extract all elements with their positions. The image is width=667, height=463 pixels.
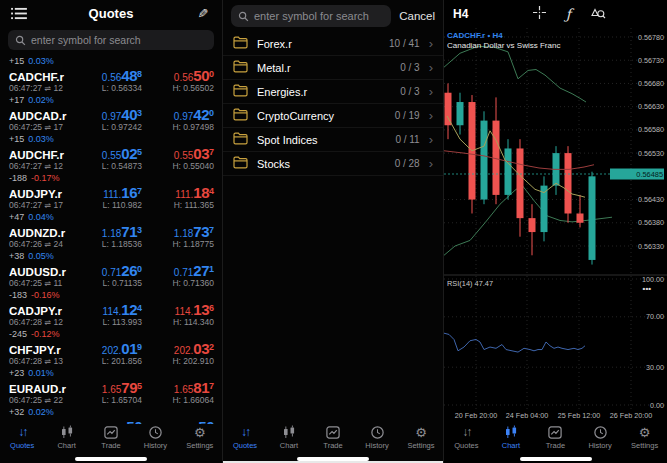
folder-icon	[233, 35, 248, 53]
svg-text:0.56680: 0.56680	[638, 79, 664, 88]
tabbar-left: ↓↑QuotesChartTradeHistory⚙Settings	[0, 422, 222, 454]
tabbar-mid: ↓↑QuotesChartTradeHistory⚙Settings	[223, 422, 443, 454]
quote-low: L: 1.65704	[70, 395, 142, 406]
quote-row[interactable]: +470.04%AUDNZD.r1.187131.1873706:47:26 ⇌…	[0, 210, 222, 249]
quote-time: 06:47:27 ⇌ 12	[9, 161, 70, 172]
timeframe-button[interactable]: H4	[453, 7, 468, 21]
svg-text:100.00: 100.00	[642, 275, 664, 284]
tab-settings[interactable]: ⚙Settings	[622, 422, 667, 454]
tab-history[interactable]: History	[578, 422, 623, 454]
quote-time: 06:47:27 ⇌ 12	[9, 83, 70, 94]
tab-label: Trade	[323, 441, 342, 450]
quote-row[interactable]: +150.03%CADCHF.r0.564880.5650006:47:27 ⇌…	[0, 54, 222, 93]
quote-low: L: 110.982	[70, 200, 142, 211]
tab-chart[interactable]: Chart	[44, 422, 88, 454]
quotes-list: +150.03%CADCHF.r0.564880.5650006:47:27 ⇌…	[0, 54, 222, 424]
chart-screen: H4 ƒ 20 Feb 20:0024 Feb 04:0025 Feb 12:0…	[444, 0, 667, 463]
tab-history[interactable]: History	[355, 422, 399, 454]
quote-symbol: CHFJPY.r	[9, 344, 70, 356]
search-icon	[15, 35, 26, 46]
quote-symbol: AUDCHF.r	[9, 149, 70, 161]
quote-low: L: 0.71135	[70, 278, 142, 289]
folder-name: Spot Indices	[257, 134, 386, 146]
indicator-function-icon[interactable]: ƒ	[566, 6, 571, 22]
svg-text:25 Feb 12:00: 25 Feb 12:00	[558, 411, 600, 420]
tab-chart[interactable]: Chart	[489, 422, 534, 454]
tab-trade[interactable]: Trade	[311, 422, 355, 454]
quotes-icon: ↓↑	[241, 424, 249, 440]
tab-quotes[interactable]: ↓↑Quotes	[223, 422, 267, 454]
crosshair-icon[interactable]	[532, 5, 547, 24]
list-menu-icon[interactable]	[9, 7, 29, 20]
symbol-search-screen: enter symbol for search Cancel Forex.r10…	[222, 0, 444, 463]
folder-icon	[233, 131, 248, 149]
settings-icon: ⚙	[415, 424, 427, 440]
tab-label: Quotes	[454, 441, 478, 450]
spread-icon: ⇌	[44, 201, 51, 210]
tab-label: Trade	[546, 441, 565, 450]
folder-row-forex-r[interactable]: Forex.r10 / 41›	[223, 32, 443, 56]
spread-icon: ⇌	[44, 279, 51, 288]
home-indicator	[520, 457, 592, 461]
search-input[interactable]: enter symbol for search	[8, 30, 214, 50]
folder-row-cryptocurrency[interactable]: CryptoCurrency0 / 19›	[223, 104, 443, 128]
quote-time: 06:47:25 ⇌ 22	[9, 395, 70, 406]
quote-low: L: 1.18536	[70, 239, 142, 250]
tab-label: Chart	[280, 441, 298, 450]
spread-icon: ⇌	[44, 84, 51, 93]
quote-symbol: EURAUD.r	[9, 383, 70, 395]
quote-low: L: 201.856	[70, 356, 142, 367]
quote-high: H: 0.71360	[142, 278, 214, 289]
tab-history[interactable]: History	[133, 422, 177, 454]
folder-count: 10 / 41	[389, 38, 420, 49]
tab-label: History	[365, 441, 388, 450]
svg-text:0.56330: 0.56330	[638, 242, 664, 251]
quote-row[interactable]: +150.03%AUDCHF.r0.550250.5503706:47:27 ⇌…	[0, 132, 222, 171]
folder-row-spot-indices[interactable]: Spot Indices0 / 11›	[223, 128, 443, 152]
folder-count: 0 / 3	[400, 86, 419, 97]
symbol-search-input[interactable]: enter symbol for search	[231, 5, 391, 27]
svg-text:CADCHF.r • H4: CADCHF.r • H4	[447, 31, 503, 40]
spread-icon: ⇌	[44, 396, 51, 405]
folder-count: 0 / 3	[400, 62, 419, 73]
price-chart[interactable]: 20 Feb 20:0024 Feb 04:0025 Feb 12:0026 F…	[444, 28, 667, 420]
cancel-button[interactable]: Cancel	[399, 10, 435, 22]
tab-settings[interactable]: ⚙Settings	[178, 422, 222, 454]
folder-name: Metal.r	[257, 62, 391, 74]
quote-high: H: 0.55040	[142, 161, 214, 172]
quote-symbol: AUDNZD.r	[9, 227, 70, 239]
tab-label: Settings	[186, 441, 213, 450]
svg-text:0.56430: 0.56430	[638, 195, 664, 204]
tab-trade[interactable]: Trade	[89, 422, 133, 454]
folder-row-metal-r[interactable]: Metal.r0 / 3›	[223, 56, 443, 80]
symbol-search-row: enter symbol for search Cancel	[223, 0, 443, 32]
search-icon	[238, 11, 249, 22]
quote-row[interactable]: +170.02%AUDCAD.r0.974030.9742006:47:25 ⇌…	[0, 93, 222, 132]
quote-row[interactable]: +230.01%EURAUD.r1.657951.6581706:47:25 ⇌…	[0, 366, 222, 405]
quote-row[interactable]: -188-0.17%AUDJPY.r111.167111.18406:47:27…	[0, 171, 222, 210]
svg-text:RSI(14) 47.47: RSI(14) 47.47	[447, 279, 493, 288]
tab-settings[interactable]: ⚙Settings	[399, 422, 443, 454]
folder-row-energies-r[interactable]: Energies.r0 / 3›	[223, 80, 443, 104]
quote-row[interactable]: +380.05%AUDUSD.r0.712600.7127106:47:25 ⇌…	[0, 249, 222, 288]
tab-quotes[interactable]: ↓↑Quotes	[444, 422, 489, 454]
edit-pencil-icon[interactable]: ✎	[193, 6, 213, 21]
folder-count: 0 / 11	[395, 134, 419, 145]
tab-trade[interactable]: Trade	[533, 422, 578, 454]
quotes-icon: ↓↑	[18, 424, 26, 440]
trade-icon	[547, 424, 563, 440]
quote-low: L: 0.97242	[70, 122, 142, 133]
quote-row[interactable]: -183-0.16%CADJPY.r114.124114.13606:47:28…	[0, 288, 222, 327]
quote-change: +380.05%	[9, 251, 214, 262]
objects-icon[interactable]	[590, 5, 606, 24]
folder-row-stocks[interactable]: Stocks0 / 28›	[223, 152, 443, 176]
svg-text:0.56530: 0.56530	[638, 149, 664, 158]
svg-text:26 Feb 20:00: 26 Feb 20:00	[610, 411, 652, 420]
quote-row[interactable]: -245-0.12%CHFJPY.r202.019202.03206:47:28…	[0, 327, 222, 366]
quote-time: 06:47:25 ⇌ 11	[9, 278, 70, 289]
quote-change: +150.03%	[9, 134, 214, 145]
tab-label: Quotes	[10, 441, 34, 450]
tab-quotes[interactable]: ↓↑Quotes	[0, 422, 44, 454]
svg-text:Canadian Dollar vs Swiss Franc: Canadian Dollar vs Swiss Franc	[447, 41, 560, 50]
tab-chart[interactable]: Chart	[267, 422, 311, 454]
